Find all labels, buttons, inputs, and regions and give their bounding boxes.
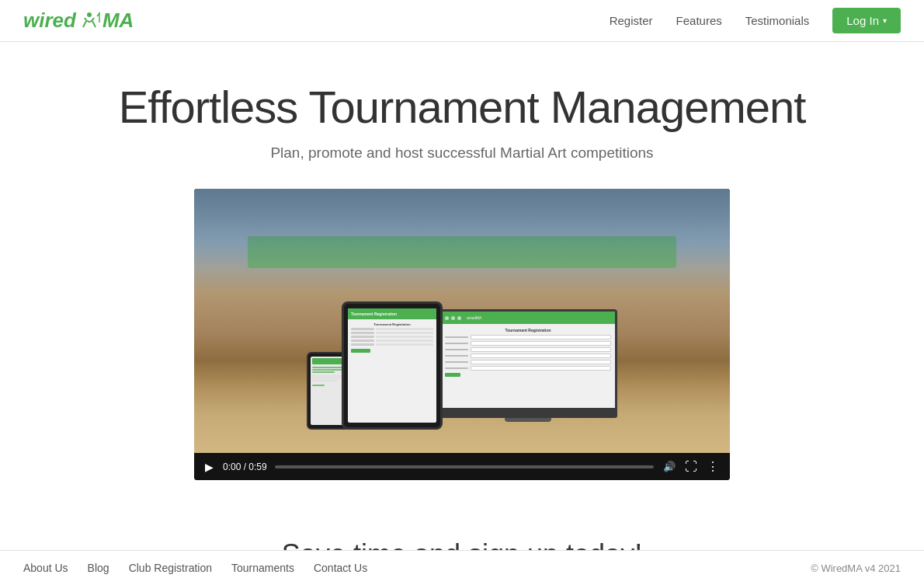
volume-button[interactable] (662, 459, 677, 474)
copyright: © WiredMA v4 2021 (811, 562, 901, 574)
video-controls: 0:00 / 0:59 (194, 453, 730, 480)
login-label: Log In (846, 14, 879, 27)
nav-links: Register Features Testimonials Log In ▾ (610, 8, 901, 33)
footer-link-blog[interactable]: Blog (88, 562, 109, 574)
logo-text: wired (23, 9, 76, 33)
footer: About Us Blog Club Registration Tourname… (0, 550, 924, 585)
laptop-stand (505, 418, 551, 422)
time-display: 0:00 / 0:59 (223, 461, 267, 472)
logo-figure-icon (77, 12, 102, 30)
nav-register[interactable]: Register (610, 14, 653, 27)
svg-line-2 (92, 21, 96, 27)
footer-link-about[interactable]: About Us (23, 562, 68, 574)
right-controls (662, 458, 721, 475)
hero-title: Effortless Tournament Management (16, 81, 908, 133)
nav-features[interactable]: Features (676, 14, 722, 27)
footer-link-tournaments[interactable]: Tournaments (231, 562, 294, 574)
logo[interactable]: wired MA (23, 9, 134, 33)
login-button[interactable]: Log In ▾ (832, 8, 901, 33)
play-button[interactable] (203, 459, 215, 475)
progress-bar[interactable] (275, 465, 654, 468)
svg-point-0 (87, 12, 92, 17)
login-caret-icon: ▾ (883, 16, 887, 25)
laptop-mockup: wiredMA Tournament Registration (439, 309, 617, 430)
footer-link-contact[interactable]: Contact Us (314, 562, 367, 574)
nav-testimonials[interactable]: Testimonials (745, 14, 810, 27)
video-screen: Tournament Registration Tournament Regis… (194, 189, 730, 453)
laptop-base (439, 410, 617, 418)
phone-screen (311, 357, 346, 425)
more-options-button[interactable] (705, 458, 721, 475)
hero-subtitle: Plan, promote and host successful Martia… (16, 145, 908, 162)
video-player[interactable]: Tournament Registration Tournament Regis… (194, 189, 730, 480)
footer-links: About Us Blog Club Registration Tourname… (23, 562, 367, 574)
svg-line-1 (83, 21, 86, 27)
navbar: wired MA Register Features Testimonials … (0, 0, 924, 42)
hero-section: Effortless Tournament Management Plan, p… (0, 42, 924, 531)
fullscreen-button[interactable] (683, 458, 699, 475)
tablet-screen: Tournament Registration Tournament Regis… (348, 308, 436, 423)
devices-overlay: Tournament Registration Tournament Regis… (307, 301, 617, 430)
tablet-mockup: Tournament Registration Tournament Regis… (342, 301, 443, 430)
audience-overlay (194, 189, 730, 268)
logo-ma-text: MA (102, 9, 134, 33)
footer-link-club-registration[interactable]: Club Registration (129, 562, 212, 574)
laptop-screen: wiredMA Tournament Registration (439, 309, 617, 410)
